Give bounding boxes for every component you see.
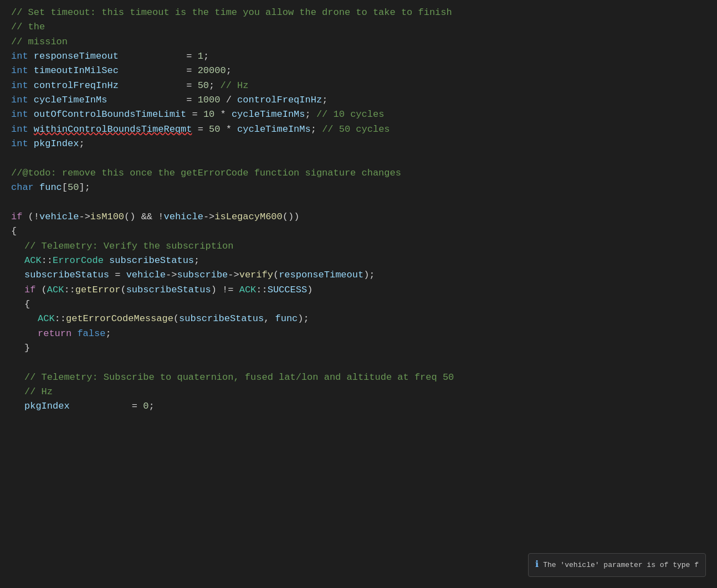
code-token: ( (173, 312, 179, 326)
code-token: :: (256, 283, 267, 297)
code-line: int outOfControlBoundsTimeLimit = 10 * c… (0, 107, 717, 122)
code-token: controlFreqInHz (237, 93, 322, 107)
code-token: // Telemetry: Verify the subscription (24, 239, 233, 254)
code-token: // the (11, 20, 45, 34)
code-token: pkgIndex (28, 137, 79, 151)
code-token: outOfControlBoundsTimeLimit (28, 107, 187, 122)
code-token: responseTimeout (28, 49, 181, 64)
code-line: { (0, 224, 717, 239)
code-line: int pkgIndex ; (0, 137, 717, 151)
code-line: // Telemetry: Subscribe to quaternion, f… (0, 370, 717, 385)
code-token: ; (203, 49, 209, 64)
code-token: } (24, 341, 30, 355)
code-editor: // Set timeout: this timeout is the time… (0, 0, 717, 588)
code-token: = (181, 79, 198, 93)
code-token: ; (305, 107, 316, 122)
code-token: ) (307, 283, 313, 297)
code-line (0, 151, 717, 166)
code-line: int timeoutInMilSec = 20000 ; (0, 64, 717, 78)
code-line: int cycleTimeInMs = 1000 / controlFreqIn… (0, 93, 717, 107)
code-token: // 10 cycles (316, 107, 384, 122)
code-token: { (11, 224, 17, 239)
code-token: int (11, 93, 28, 107)
code-token: getError (75, 283, 121, 297)
code-token: 1000 (198, 93, 221, 107)
code-token: ()) (283, 210, 300, 224)
code-token: () && ! (124, 210, 163, 224)
code-token: :: (55, 312, 66, 326)
code-token: int (11, 79, 28, 93)
code-token: verify (239, 268, 273, 282)
code-token: ; (322, 93, 327, 107)
code-token: ErrorCode (53, 254, 104, 268)
code-token: cycleTimeInMs (232, 107, 305, 122)
code-token: ACK (24, 254, 42, 268)
code-token: 50 (209, 122, 220, 137)
code-line: int controlFreqInHz = 50 ; // Hz (0, 79, 717, 93)
code-token: if (11, 210, 22, 224)
code-line: // mission (0, 35, 717, 49)
code-line (0, 195, 717, 209)
code-token: //@todo: remove this once the getErrorCo… (11, 166, 401, 180)
code-token: :: (64, 283, 75, 297)
code-token: // 50 cycles (322, 122, 390, 137)
code-token: 50 (198, 79, 209, 93)
code-token: responseTimeout (279, 268, 363, 282)
code-token: (! (22, 210, 39, 224)
code-token (28, 122, 34, 137)
code-token: func (275, 312, 298, 326)
code-line: ACK :: ErrorCode subscribeStatus ; (0, 254, 717, 268)
code-token: 20000 (198, 64, 226, 78)
code-token: ); (298, 312, 309, 326)
code-token: / (220, 93, 237, 107)
code-token: subscribeStatus (179, 312, 264, 326)
code-token: = (181, 49, 198, 64)
code-token: ; (226, 64, 232, 78)
code-token: false (77, 327, 105, 341)
code-token: ); (363, 268, 375, 282)
code-token: int (11, 107, 28, 122)
code-token: return (38, 327, 71, 341)
code-token: ACK (38, 312, 55, 326)
code-token: isLegacyM600 (214, 210, 282, 224)
code-line: // Telemetry: Verify the subscription (0, 239, 717, 254)
code-token: vehicle (126, 268, 166, 282)
code-token: int (11, 122, 28, 137)
code-token: , (264, 312, 275, 326)
code-line: // Hz (0, 385, 717, 399)
code-token: 1 (198, 49, 203, 64)
code-token: * (214, 107, 232, 122)
code-line: // the (0, 20, 717, 34)
code-token: -> (228, 268, 239, 282)
code-token: isM100 (90, 210, 124, 224)
code-token: char (11, 180, 34, 195)
code-token-squiggly: withinControlBoundsTimeReqmt (34, 122, 192, 137)
code-token: SUCCESS (268, 283, 307, 297)
code-token: // mission (11, 35, 68, 49)
code-token (71, 327, 77, 341)
code-token: ( (273, 268, 279, 282)
code-line: return false ; (0, 327, 717, 341)
code-token: vehicle (163, 210, 203, 224)
code-line: subscribeStatus = vehicle -> subscribe -… (0, 268, 717, 282)
code-token: // Set timeout: this timeout is the time… (11, 6, 452, 20)
code-token: timeoutInMilSec (28, 64, 181, 78)
code-token: cycleTimeInMs (28, 93, 181, 107)
code-token: = (109, 268, 126, 282)
code-token: int (11, 137, 28, 151)
tooltip-text: The 'vehicle' parameter is of type f (543, 560, 699, 571)
code-token: ; (194, 254, 199, 268)
code-token: subscribeStatus (104, 254, 194, 268)
code-token: subscribeStatus (24, 268, 109, 282)
code-line: { (0, 297, 717, 312)
code-token: = (192, 122, 209, 137)
code-token: vehicle (39, 210, 79, 224)
code-token: func (34, 180, 62, 195)
code-line: } (0, 341, 717, 355)
info-icon: ℹ (535, 558, 539, 572)
code-line (0, 355, 717, 370)
code-line: // Set timeout: this timeout is the time… (0, 6, 717, 20)
code-token: ACK (239, 283, 257, 297)
code-token: -> (166, 268, 177, 282)
code-token: getErrorCodeMessage (66, 312, 173, 326)
